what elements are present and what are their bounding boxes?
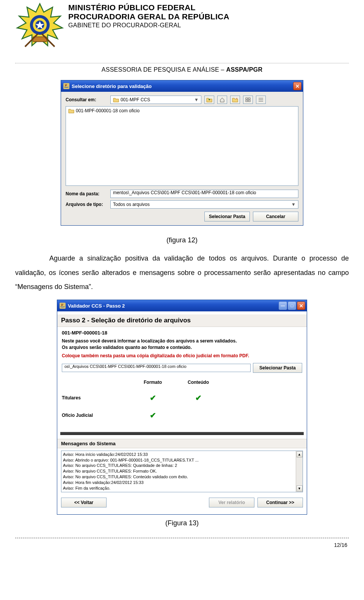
page-number: 12/16 xyxy=(15,541,349,548)
instruction-1: Neste passo você deverá informar a local… xyxy=(62,338,302,344)
java-app-icon xyxy=(63,83,69,89)
consult-label: Consultar em: xyxy=(66,97,107,102)
header-line3: GABINETE DO PROCURADOR-GERAL xyxy=(68,22,229,29)
folder-up-icon xyxy=(206,97,212,102)
folder-icon xyxy=(68,108,74,113)
select-folder-button[interactable]: Selecionar Pasta xyxy=(253,363,302,373)
file-type-value: Todos os arquivos xyxy=(113,202,150,207)
col-content: Conteúdo xyxy=(176,380,221,385)
svg-rect-11 xyxy=(248,98,250,99)
row-titulares: Titulares ✔ ✔ xyxy=(62,393,302,402)
validation-grid: Formato Conteúdo Titulares ✔ ✔ Ofício Ju… xyxy=(57,377,307,423)
paragraph: Aguarde a sinalização positiva da valida… xyxy=(15,251,349,294)
list-item[interactable]: 001-MPF-000001-18 com oficio xyxy=(68,108,296,113)
col-format: Formato xyxy=(130,380,176,385)
message-line: Aviso: Abrindo o arquivo: 001-MPF-000001… xyxy=(63,457,294,463)
list-view-icon xyxy=(245,97,251,102)
chevron-down-icon: ▼ xyxy=(291,202,296,207)
chevron-down-icon: ▼ xyxy=(194,97,199,102)
figure-13-caption: (Figura 13) xyxy=(15,519,349,527)
messages-box: Aviso: Hora início validação:24/02/2012 … xyxy=(61,451,303,492)
message-line: Aviso: No arquivo CCS_TITULARES: Conteúd… xyxy=(63,474,294,480)
subheader-bold: ASSPA/PGR xyxy=(226,66,263,73)
message-line: Aviso: No arquivo CCS_TITULARES: Quantid… xyxy=(63,463,294,468)
dialog1-titlebar: Selecione diretório para validação ✕ xyxy=(61,80,303,92)
close-icon[interactable]: ✕ xyxy=(297,302,305,310)
body-text: (figura 12) Aguarde a sinalização positi… xyxy=(15,233,349,294)
continue-button[interactable]: Continuar >> xyxy=(257,498,303,507)
close-icon[interactable]: ✕ xyxy=(293,82,301,90)
list-view-button[interactable] xyxy=(243,96,253,104)
up-one-level-button[interactable] xyxy=(204,96,214,104)
folder-icon xyxy=(113,97,119,102)
svg-rect-12 xyxy=(246,100,248,102)
validator-dialog: Validador CCS - Passo 2 — □ ✕ Passo 2 - … xyxy=(57,300,307,515)
instruction-lines: Neste passo você deverá informar a local… xyxy=(62,338,302,351)
back-button[interactable]: << Voltar xyxy=(61,498,107,507)
new-folder-icon: * xyxy=(232,97,238,102)
step-title: Passo 2 - Seleção de diretório de arquiv… xyxy=(57,314,307,327)
folder-name-input[interactable]: mentos\_Arquivos CCS\001-MPF CCS\001-MPF… xyxy=(110,190,298,198)
message-line: Aviso: No arquivo CCS_TITULARES: Formato… xyxy=(63,468,294,474)
file-list[interactable]: 001-MPF-000001-18 com oficio xyxy=(66,106,298,186)
brazil-coat-of-arms-icon xyxy=(15,2,64,52)
scroll-up-icon[interactable]: ▲ xyxy=(297,451,303,457)
file-type-label: Arquivos de tipo: xyxy=(66,202,107,207)
header-line2: PROCURADORIA GERAL DA REPÚBLICA xyxy=(68,12,229,21)
minimize-icon[interactable]: — xyxy=(279,302,287,310)
footer-divider xyxy=(15,538,349,538)
svg-rect-17 xyxy=(60,303,66,309)
separator-bar xyxy=(60,432,304,435)
svg-rect-8 xyxy=(63,83,69,89)
java-app-icon xyxy=(60,303,66,309)
list-item-label: 001-MPF-000001-18 com oficio xyxy=(76,108,140,113)
select-folder-button[interactable]: Selecionar Pasta xyxy=(204,212,250,221)
message-line: Aviso: Hora fim validação:24/02/2012 15:… xyxy=(63,480,294,485)
new-folder-button[interactable]: * xyxy=(230,96,240,104)
figure-12-caption: (figura 12) xyxy=(15,233,349,248)
row-label: Ofício Judicial xyxy=(62,413,130,418)
check-icon: ✔ xyxy=(150,411,156,419)
subheader-plain: ASSESSORIA DE PESQUISA E ANÁLISE – xyxy=(102,66,226,73)
messages-list: Aviso: Hora início validação:24/02/2012 … xyxy=(61,451,296,492)
home-button[interactable] xyxy=(217,96,227,104)
home-icon xyxy=(220,97,225,102)
header-text: MINISTÉRIO PÚBLICO FEDERAL PROCURADORIA … xyxy=(68,2,229,29)
dialog2-titlebar: Validador CCS - Passo 2 — □ ✕ xyxy=(57,300,307,311)
row-oficio: Ofício Judicial ✔ xyxy=(62,411,302,420)
file-chooser-dialog: Selecione diretório para validação ✕ Con… xyxy=(61,80,303,226)
case-number: 001-MPF-000001-18 xyxy=(62,330,302,336)
svg-rect-13 xyxy=(248,100,250,102)
details-view-icon xyxy=(258,97,264,102)
page-header: MINISTÉRIO PÚBLICO FEDERAL PROCURADORIA … xyxy=(15,0,349,52)
path-input[interactable]: os\_Arquivos CCS\001-MPF CCS\001-MPF-000… xyxy=(62,364,251,372)
check-icon: ✔ xyxy=(195,394,202,402)
message-line: Aviso: Fim da verificação. xyxy=(63,485,294,491)
svg-rect-10 xyxy=(246,98,248,99)
folder-name-label: Nome da pasta: xyxy=(66,191,107,196)
consult-combo[interactable]: 001-MPF CCS ▼ xyxy=(110,96,201,104)
svg-text:*: * xyxy=(236,97,237,101)
header-divider xyxy=(15,63,349,63)
pdf-note: Coloque também nesta pasta uma cópia dig… xyxy=(62,353,302,358)
dialog1-title: Selecione diretório para validação xyxy=(72,83,152,89)
header-line1: MINISTÉRIO PÚBLICO FEDERAL xyxy=(68,3,229,12)
report-button[interactable]: Ver relatório xyxy=(209,498,254,507)
message-line: Aviso: Hora início validação:24/02/2012 … xyxy=(63,452,294,457)
subheader: ASSESSORIA DE PESQUISA E ANÁLISE – ASSPA… xyxy=(15,66,349,73)
scrollbar[interactable]: ▲ ▼ xyxy=(296,451,303,492)
file-type-combo[interactable]: Todos os arquivos ▼ xyxy=(110,200,298,209)
scroll-down-icon[interactable]: ▼ xyxy=(297,485,303,492)
consult-value: 001-MPF CCS xyxy=(121,97,150,102)
instruction-2: Os arquivos serão validados quanto ao fo… xyxy=(62,344,302,351)
dialog2-title: Validador CCS - Passo 2 xyxy=(68,303,125,309)
messages-title: Mensagens do Sistema xyxy=(57,439,307,448)
details-view-button[interactable] xyxy=(256,96,266,104)
cancel-button[interactable]: Cancelar xyxy=(253,212,298,221)
row-label: Titulares xyxy=(62,395,130,401)
check-icon: ✔ xyxy=(150,394,156,402)
maximize-icon[interactable]: □ xyxy=(288,302,296,310)
